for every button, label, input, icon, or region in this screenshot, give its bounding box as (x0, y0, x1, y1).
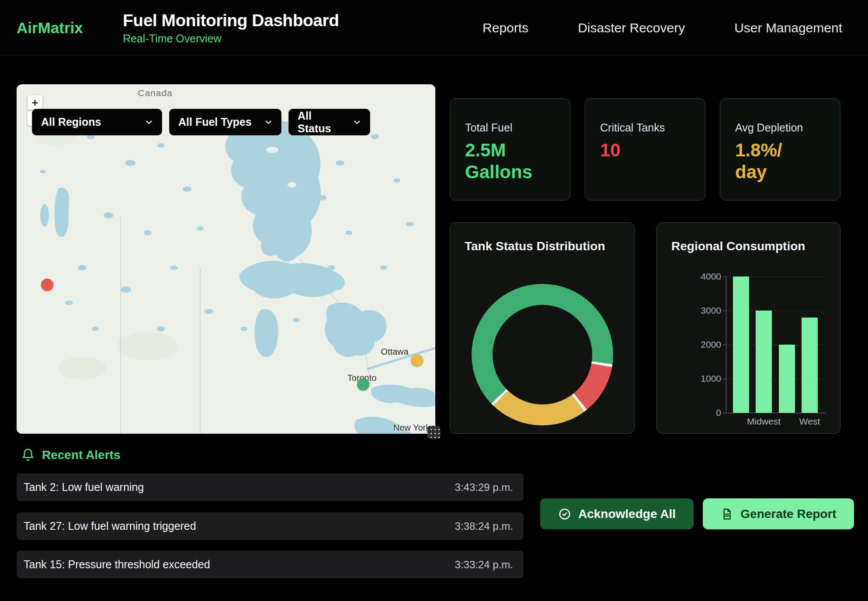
bar-chart: 01000200030004000MidwestWest (726, 276, 826, 413)
fuel-map[interactable]: Canada Ottawa Toronto New York + − All R… (17, 84, 435, 434)
nav-disaster-recovery[interactable]: Disaster Recovery (578, 21, 685, 35)
zoom-in-button[interactable]: + (28, 95, 42, 110)
x-axis-label: West (799, 416, 820, 427)
y-axis-line (726, 276, 726, 413)
stat-label: Total Fuel (465, 121, 555, 134)
map-filters: All Regions All Fuel Types All Status (32, 109, 370, 135)
page-subtitle: Real-Time Overview (123, 32, 339, 45)
check-circle-icon (558, 508, 571, 521)
page-title-block: Fuel Monitoring Dashboard Real-Time Over… (123, 0, 339, 55)
stat-value-avg-depletion: 1.8%/ day (735, 139, 825, 183)
y-axis-label: 2000 (686, 339, 721, 350)
alert-time: 3:43:29 p.m. (455, 481, 513, 494)
bar-2 (779, 345, 795, 413)
alert-text: Tank 27: Low fuel warning triggered (24, 520, 196, 532)
status-filter-label: All Status (298, 110, 346, 135)
dashboard: AirMatrix Fuel Monitoring Dashboard Real… (0, 0, 868, 601)
acknowledge-all-label: Acknowledge All (578, 507, 676, 521)
stat-label: Avg Depletion (735, 121, 825, 134)
recent-alerts-header: Recent Alerts (21, 448, 120, 462)
y-axis-label: 0 (686, 408, 721, 418)
map-marker-normal[interactable] (357, 378, 369, 390)
alert-row[interactable]: Tank 15: Pressure threshold exceeded 3:3… (17, 551, 524, 578)
chevron-down-icon (144, 117, 154, 127)
chevron-down-icon (352, 117, 362, 127)
y-axis-label: 3000 (686, 305, 721, 316)
nav-reports[interactable]: Reports (483, 21, 528, 35)
donut-chart (472, 284, 613, 425)
x-axis-label: Midwest (747, 416, 781, 427)
tank-status-title: Tank Status Distribution (465, 239, 605, 253)
alert-text: Tank 2: Low fuel warning (24, 481, 144, 494)
alert-row[interactable]: Tank 27: Low fuel warning triggered 3:38… (17, 512, 524, 540)
stat-card-avg-depletion: Avg Depletion 1.8%/ day (720, 98, 840, 200)
chevron-down-icon (264, 117, 273, 127)
y-axis-tick (722, 345, 726, 345)
status-filter-dropdown[interactable]: All Status (288, 109, 370, 135)
y-axis-label: 4000 (686, 271, 721, 282)
map-canvas (17, 84, 435, 434)
acknowledge-all-button[interactable]: Acknowledge All (540, 498, 694, 529)
regional-consumption-title: Regional Consumption (671, 239, 805, 253)
alert-row[interactable]: Tank 2: Low fuel warning 3:43:29 p.m. (17, 473, 524, 501)
bar-0 (733, 276, 749, 413)
y-axis-tick (722, 276, 726, 277)
y-axis-label: 1000 (686, 373, 721, 384)
tank-status-panel: Tank Status Distribution (450, 222, 635, 434)
map-marker-critical[interactable] (41, 279, 53, 291)
nav-user-management[interactable]: User Management (734, 21, 842, 35)
stat-value-total-fuel: 2.5M Gallons (465, 139, 555, 183)
bell-icon (21, 448, 35, 462)
stat-card-critical-tanks: Critical Tanks 10 (585, 98, 705, 200)
stat-label: Critical Tanks (600, 121, 690, 134)
document-icon (720, 508, 733, 521)
bar-1 (756, 311, 772, 413)
regions-filter-dropdown[interactable]: All Regions (32, 109, 162, 135)
y-axis-tick (722, 379, 726, 379)
y-axis-tick (722, 311, 726, 311)
bar-3 (802, 318, 818, 413)
alert-time: 3:33:24 p.m. (455, 559, 513, 571)
generate-report-label: Generate Report (740, 507, 836, 521)
stat-card-total-fuel: Total Fuel 2.5M Gallons (450, 98, 570, 200)
stat-value-critical-tanks: 10 (600, 139, 690, 161)
map-marker-warning[interactable] (411, 354, 423, 366)
main-nav: Reports Disaster Recovery User Managemen… (483, 0, 842, 55)
x-axis-line (726, 413, 826, 413)
alert-text: Tank 15: Pressure threshold exceeded (24, 558, 210, 571)
app-header: AirMatrix Fuel Monitoring Dashboard Real… (0, 0, 868, 55)
y-axis-tick (722, 413, 726, 413)
regional-consumption-panel: Regional Consumption 01000200030004000Mi… (656, 222, 840, 434)
map-resize-handle[interactable] (427, 426, 441, 439)
fuel-types-filter-dropdown[interactable]: All Fuel Types (169, 109, 281, 135)
app-logo: AirMatrix (17, 0, 83, 55)
recent-alerts-title: Recent Alerts (42, 448, 120, 462)
generate-report-button[interactable]: Generate Report (703, 498, 854, 529)
fuel-types-filter-label: All Fuel Types (178, 116, 252, 128)
alert-time: 3:38:24 p.m. (455, 520, 513, 532)
page-title: Fuel Monitoring Dashboard (123, 11, 339, 30)
regions-filter-label: All Regions (41, 116, 101, 128)
